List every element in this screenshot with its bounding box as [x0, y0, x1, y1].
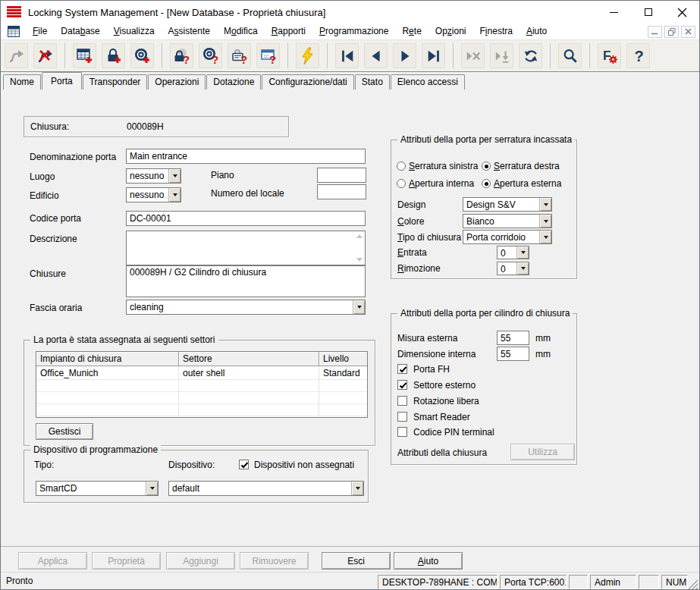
read-transponder-button[interactable]: ? — [199, 43, 222, 68]
dimensione-interna-input[interactable] — [497, 347, 529, 361]
settore-esterno-checkbox[interactable] — [397, 380, 407, 390]
entrata-select[interactable]: 0 — [497, 246, 529, 259]
maximize-button[interactable] — [631, 1, 665, 24]
minimize-button[interactable] — [597, 1, 631, 24]
rimozione-select[interactable]: 0 — [497, 262, 529, 275]
read-window-button[interactable]: ? — [256, 43, 280, 68]
menu-rete[interactable]: Rete — [395, 24, 428, 39]
menu-database[interactable]: Database — [54, 24, 106, 39]
help-button[interactable]: ? — [626, 43, 650, 68]
mdi-restore-button[interactable] — [664, 26, 679, 38]
disconnect-button[interactable] — [33, 43, 57, 68]
utilizza-button[interactable]: Utilizza — [510, 444, 575, 460]
mdi-minimize-button[interactable] — [648, 26, 662, 38]
undo-button[interactable] — [5, 43, 28, 68]
rimuovere-button[interactable]: Rimuovere — [240, 552, 309, 570]
new-transponder-button[interactable] — [130, 43, 154, 68]
accept-record-button[interactable] — [490, 43, 513, 68]
tab-operazioni[interactable]: Operazioni — [148, 74, 206, 89]
porta-fh-checkbox[interactable] — [397, 364, 407, 374]
denominazione-input[interactable] — [126, 149, 366, 164]
resize-grip[interactable] — [688, 579, 698, 590]
serratura-destra-radio[interactable] — [482, 162, 491, 171]
column-header[interactable]: Settore — [179, 352, 319, 366]
codice-pin-terminal-checkbox[interactable] — [397, 427, 407, 437]
descrizione-input[interactable] — [126, 231, 366, 265]
gestisci-button[interactable]: Gestisci — [36, 423, 93, 440]
chevron-down-icon[interactable] — [353, 300, 365, 314]
read-lock-data-button[interactable]: ? — [228, 43, 251, 68]
read-lock-button[interactable]: ? — [170, 43, 193, 68]
chevron-down-icon[interactable] — [516, 262, 529, 275]
next-record-button[interactable] — [393, 43, 416, 68]
tipo-chiusura-select[interactable]: Porta corridoio — [463, 230, 552, 244]
menu-rapporti[interactable]: Rapporti — [265, 24, 312, 39]
refresh-button[interactable] — [519, 43, 542, 68]
previous-record-button[interactable] — [364, 43, 388, 68]
menu-visualizza[interactable]: Visualizza — [107, 24, 162, 39]
entrata-label: Entrata — [397, 247, 427, 258]
chevron-down-icon[interactable] — [351, 482, 363, 495]
cancel-record-button[interactable] — [461, 43, 485, 68]
chevron-down-icon[interactable] — [168, 169, 180, 183]
tab-configurazione-dati[interactable]: Configurazione/dati — [262, 74, 353, 89]
chevron-down-icon[interactable] — [539, 198, 551, 211]
codice-porta-input[interactable] — [126, 211, 366, 226]
chevron-down-icon[interactable] — [516, 246, 529, 259]
menu-finestra[interactable]: Finestra — [473, 24, 520, 39]
menu-opzioni[interactable]: Opzioni — [428, 24, 473, 39]
program-button[interactable] — [296, 43, 319, 68]
last-record-button[interactable] — [422, 43, 445, 68]
apertura-esterna-radio[interactable] — [482, 179, 491, 188]
new-lock-button[interactable] — [102, 43, 125, 68]
design-select[interactable]: Design S&V — [463, 197, 552, 212]
smart-reader-checkbox[interactable] — [397, 412, 407, 422]
dispositivi-non-assegnati-checkbox[interactable] — [239, 460, 249, 469]
close-button[interactable] — [665, 1, 699, 24]
esci-button[interactable]: Esci — [322, 552, 391, 570]
chevron-down-icon[interactable] — [146, 482, 158, 495]
chevron-down-icon[interactable] — [168, 188, 180, 202]
chevron-down-icon[interactable] — [539, 215, 551, 228]
dispositivo-select[interactable]: default — [168, 481, 364, 496]
piano-input[interactable] — [317, 168, 366, 183]
tab-elenco-accessi[interactable]: Elenco accessi — [391, 74, 465, 89]
column-header[interactable]: Livello — [319, 352, 367, 366]
serratura-sinistra-radio[interactable] — [397, 162, 406, 171]
tab-transponder[interactable]: Transponder — [83, 74, 148, 89]
aggiungi-button[interactable]: Aggiungi — [166, 552, 235, 570]
aiuto-button[interactable]: Aiuto — [394, 552, 463, 570]
tab-stato[interactable]: Stato — [355, 74, 390, 89]
filter-settings-button[interactable]: F — [598, 43, 621, 68]
edificio-select[interactable]: nessuno — [126, 187, 181, 202]
tipo-select[interactable]: SmartCD — [36, 481, 159, 496]
scroll-down-icon[interactable] — [356, 258, 363, 262]
tab-porta[interactable]: Porta — [42, 72, 82, 89]
fascia-oraria-select[interactable]: cleaning — [126, 300, 366, 315]
document-icon[interactable] — [8, 26, 20, 37]
tab-nome[interactable]: Nome — [3, 74, 41, 89]
luogo-select[interactable]: nessuno — [126, 168, 181, 184]
column-header[interactable]: Impianto di chiusura — [36, 352, 179, 366]
scroll-up-icon[interactable] — [356, 234, 363, 238]
proprieta-button[interactable]: Proprietà — [92, 552, 161, 570]
menu-aiuto[interactable]: Aiuto — [520, 24, 554, 39]
numero-locale-input[interactable] — [317, 184, 366, 199]
tab-dotazione[interactable]: Dotazione — [206, 74, 261, 89]
chevron-down-icon[interactable] — [539, 231, 551, 243]
rotazione-libera-checkbox[interactable] — [397, 396, 407, 406]
menu-programmazione[interactable]: Programmazione — [312, 24, 395, 39]
menu-file[interactable]: File — [26, 24, 54, 39]
menu-assistente[interactable]: Assistente — [162, 24, 217, 39]
colore-select[interactable]: Bianco — [463, 214, 552, 228]
applica-button[interactable]: Applica — [18, 552, 87, 570]
misura-esterna-input[interactable] — [497, 331, 529, 345]
table-row[interactable]: Office_Munich outer shell Standard — [36, 366, 367, 380]
menu-modifica[interactable]: Modifica — [217, 24, 265, 39]
mdi-close-button[interactable] — [681, 26, 695, 38]
chiusure-input[interactable]: 000089H / G2 Cilindro di chiusura — [126, 265, 366, 297]
apertura-interna-radio[interactable] — [397, 179, 406, 188]
search-button[interactable] — [558, 43, 582, 68]
first-record-button[interactable] — [335, 43, 359, 68]
new-matrix-button[interactable] — [73, 43, 96, 68]
